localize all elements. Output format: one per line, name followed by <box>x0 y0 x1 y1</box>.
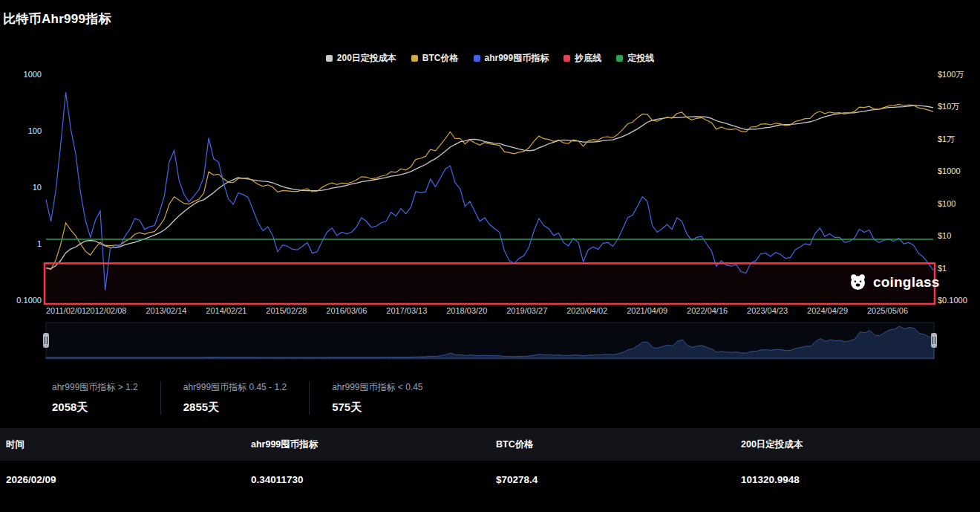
table-cell: 0.34011730 <box>245 474 490 485</box>
legend-label: 200日定投成本 <box>337 52 396 65</box>
legend-label: 定投线 <box>627 52 654 65</box>
legend-item-1[interactable]: BTC价格 <box>411 52 459 65</box>
table-header-cell: 时间 <box>0 438 245 451</box>
stat-value: 575天 <box>332 401 422 415</box>
right-axis-label: $10万 <box>938 102 959 111</box>
legend-label: 抄底线 <box>575 52 601 65</box>
table-cell: $70278.4 <box>490 474 735 485</box>
table-header-cell: ahr999囤币指标 <box>245 438 490 451</box>
stat-block-0: ahr999囤币指标 > 1.22058天 <box>52 381 160 415</box>
right-axis-label: $1 <box>938 264 947 273</box>
legend-item-3[interactable]: 抄底线 <box>564 52 601 65</box>
stat-label: ahr999囤币指标 0.45 - 1.2 <box>183 381 287 394</box>
legend-item-0[interactable]: 200日定投成本 <box>326 52 396 65</box>
table-header-cell: BTC价格 <box>490 438 735 451</box>
chart-legend: 200日定投成本BTC价格ahr999囤币指标抄底线定投线 <box>0 52 980 65</box>
x-axis-label: 2017/03/13 <box>386 306 427 315</box>
x-axis-label: 2018/03/20 <box>446 306 487 315</box>
table-cell: 101320.9948 <box>735 474 980 485</box>
dca-cost-line <box>46 106 933 269</box>
legend-label: ahr999囤币指标 <box>485 52 549 65</box>
x-axis-label: 2015/02/28 <box>266 306 307 315</box>
legend-item-2[interactable]: ahr999囤币指标 <box>474 52 549 65</box>
x-axis-label: 2012/02/08 <box>85 306 126 315</box>
legend-marker <box>616 55 623 62</box>
page: 10001001010.1000$100万$10万$1万$1000$100$10… <box>0 0 980 512</box>
navigator-left-handle[interactable] <box>43 333 49 348</box>
right-axis-label: $10 <box>938 231 951 240</box>
legend-marker <box>411 55 418 62</box>
coinglass-watermark: coinglass <box>848 272 939 292</box>
x-axis-label: 2013/02/14 <box>146 306 186 315</box>
x-axis-label: 2021/04/09 <box>627 306 667 315</box>
right-axis-label: $1000 <box>938 166 961 175</box>
legend-item-4[interactable]: 定投线 <box>616 52 654 65</box>
stat-block-2: ahr999囤币指标 < 0.45575天 <box>309 381 445 415</box>
table-body: 2026/02/090.34011730$70278.4101320.9948 <box>0 461 980 498</box>
ahr999-line <box>46 92 933 290</box>
right-axis-label: $100万 <box>938 70 964 79</box>
right-axis-label: $0.1000 <box>938 296 967 305</box>
right-axis-label: $100 <box>938 199 956 208</box>
x-axis-label: 2019/03/27 <box>506 306 547 315</box>
data-table: 时间ahr999囤币指标BTC价格200日定投成本 2026/02/090.34… <box>0 428 980 498</box>
left-axis-label: 100 <box>28 126 42 135</box>
x-axis-label: 2025/05/06 <box>867 306 908 315</box>
stat-label: ahr999囤币指标 < 0.45 <box>332 381 422 394</box>
table-header-cell: 200日定投成本 <box>735 438 980 451</box>
coinglass-bear-icon <box>848 272 868 292</box>
legend-marker <box>564 55 570 62</box>
stat-value: 2855天 <box>183 401 287 415</box>
table-row: 2026/02/090.34011730$70278.4101320.9948 <box>0 461 980 498</box>
x-axis-label: 2022/04/16 <box>687 306 728 315</box>
x-axis-label: 2016/03/06 <box>326 306 367 315</box>
buy-zone-fill <box>45 263 935 304</box>
table-cell: 2026/02/09 <box>0 474 245 485</box>
stat-label: ahr999囤币指标 > 1.2 <box>52 381 138 394</box>
x-axis-label: 2011/02/01 <box>46 306 86 315</box>
navigator-right-handle[interactable] <box>931 333 937 348</box>
coinglass-logo-text: coinglass <box>873 274 939 291</box>
stats-bar: ahr999囤币指标 > 1.22058天ahr999囤币指标 0.45 - 1… <box>52 381 445 415</box>
stat-value: 2058天 <box>52 401 138 415</box>
stat-block-1: ahr999囤币指标 0.45 - 1.22855天 <box>160 381 309 415</box>
left-axis-label: 0.1000 <box>16 296 42 305</box>
legend-marker <box>474 55 480 62</box>
table-header-row: 时间ahr999囤币指标BTC价格200日定投成本 <box>0 428 980 461</box>
legend-marker <box>326 55 333 62</box>
x-axis-label: 2014/02/21 <box>206 306 246 315</box>
left-axis-label: 1 <box>37 239 42 248</box>
right-axis-label: $1万 <box>938 135 955 143</box>
left-axis-label: 1000 <box>24 70 42 79</box>
x-axis-label: 2024/04/29 <box>807 306 848 315</box>
x-axis-label: 2020/04/02 <box>566 306 607 315</box>
left-axis-label: 10 <box>33 183 42 192</box>
x-axis-label: 2023/04/23 <box>747 306 788 315</box>
legend-label: BTC价格 <box>422 52 459 65</box>
btc-price-line <box>46 104 933 269</box>
